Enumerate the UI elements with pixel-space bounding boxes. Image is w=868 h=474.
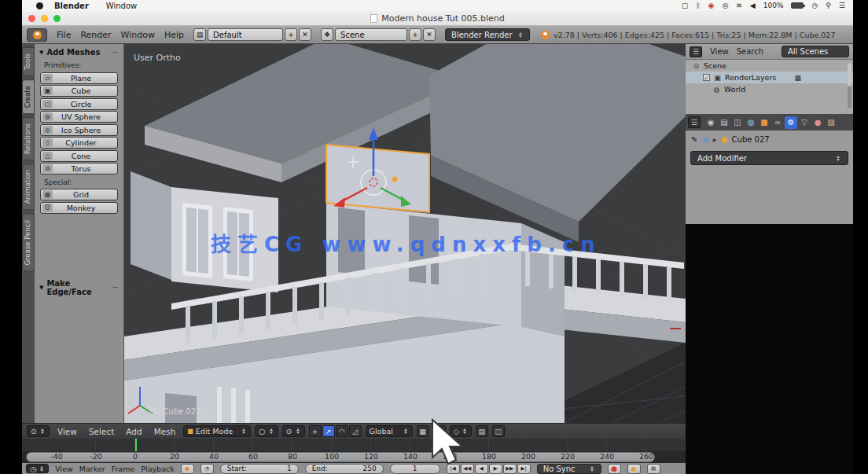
end-frame-field[interactable]: End: 250 [305,464,384,474]
auto-keyframe-button[interactable]: ● [627,464,641,474]
menu-help[interactable]: Help [164,30,184,40]
view-all-button[interactable]: ◔ [200,464,214,474]
screen-record-icon[interactable]: ◉ [708,2,715,9]
zoom-window-button[interactable] [53,15,61,22]
add-uv-sphere-button[interactable]: ◍UV Sphere [40,111,118,123]
outliner-display-mode-dropdown[interactable]: All Scenes [782,46,849,57]
add-circle-button[interactable]: ○Circle [40,98,118,110]
play-button[interactable]: ▶ [489,464,502,474]
scene-browse-icon[interactable]: ❖ [321,28,333,41]
screen-layout-browse-icon[interactable]: ▤ [193,28,206,41]
display-icon[interactable]: ▢ [682,2,689,9]
tab-tools[interactable]: Tools [22,47,35,76]
viewport-menu-add[interactable]: Add [126,427,142,436]
add-plane-button[interactable]: ▱Plane [40,72,118,84]
screen-layout-field[interactable]: Default [208,28,283,41]
tab-grease-pencil[interactable]: Grease Pencil [22,214,35,272]
eyedropper-icon[interactable]: ✎ [691,135,697,144]
outliner-row-scene[interactable]: ⊙ Scene [686,60,853,72]
object-browse-icon[interactable]: ▣ [701,135,708,144]
add-meshes-panel-header[interactable]: ▼ Add Meshes − [35,44,123,59]
viewport-menu-view[interactable]: View [57,427,77,436]
make-edge-face-panel-header[interactable]: ▼ Make Edge/Face − [35,275,123,299]
next-keyframe-button[interactable]: ▶▶ [503,464,517,474]
translate-manipulator-button[interactable]: ↗ [322,425,335,437]
add-torus-button[interactable]: ⊚Torus [40,163,118,175]
add-cone-button[interactable]: △Cone [40,150,118,162]
sync-mode-dropdown[interactable]: No Sync [537,464,601,474]
object-data-tab-icon[interactable]: ▽ [798,116,811,129]
start-frame-field[interactable]: Start: 1 [220,464,299,474]
outliner-menu-search[interactable]: Search [737,47,763,56]
scene-tab-icon[interactable]: ◫ [731,116,744,129]
timeline-track[interactable] [22,439,686,451]
viewport-menu-mesh[interactable]: Mesh [154,427,176,436]
object-tab-icon[interactable]: ■ [758,116,771,129]
outliner-menu-view[interactable]: View [710,47,729,56]
scene-delete-button[interactable]: ✕ [423,28,436,41]
outliner-scrollbar-thumb[interactable] [848,63,851,86]
constraints-tab-icon[interactable]: ∞ [771,116,784,129]
modifiers-tab-icon[interactable]: ⚙ [785,116,797,129]
manipulator-toggle-button[interactable]: + [309,425,322,437]
search-icon[interactable]: ⚲ [826,2,831,9]
screen-layout-delete-button[interactable]: ✕ [299,28,311,41]
target-icon[interactable]: ◎ [722,2,728,9]
bluetooth-icon[interactable]: ᛒ [696,2,700,9]
record-button[interactable]: ● [608,464,621,474]
properties-editor-type-button[interactable]: ☰ [688,116,701,128]
world-tab-icon[interactable]: ◍ [745,116,757,129]
jump-to-end-button[interactable]: ▶| [517,464,531,474]
close-window-button[interactable] [28,15,35,22]
add-monkey-button[interactable]: ʘMonkey [40,202,118,214]
viewport-shading-dropdown[interactable]: ○ [255,425,278,437]
tab-relations[interactable]: Relations [22,117,35,160]
screen-layout-add-button[interactable]: + [285,28,297,41]
volume-icon[interactable]: ◀ [750,2,756,9]
transform-orientation-dropdown[interactable]: Global [366,425,413,437]
outliner-scrollbar[interactable] [848,63,851,108]
wifi-icon[interactable]: ≋ [736,2,742,9]
timeline-menu-view[interactable]: View [55,465,73,473]
current-frame-playhead[interactable] [135,439,137,451]
mode-dropdown[interactable]: ■ Edit Mode [183,425,251,437]
render-engine-dropdown[interactable]: Blender Render [445,28,530,41]
outliner-row-world[interactable]: ◍ World [686,83,853,95]
add-ico-sphere-button[interactable]: ◎Ico Sphere [40,124,118,136]
scene-add-button[interactable]: + [409,28,421,41]
viewport-editor-type-button[interactable]: ⊙ [27,425,50,437]
preview-range-button[interactable]: ● [181,464,194,474]
renderlayers-checkbox[interactable]: ✓ [703,74,710,81]
rotate-manipulator-button[interactable]: ◠ [336,425,348,437]
layers-widget[interactable]: ▦ [417,425,429,437]
viewport-3d[interactable]: User Ortho 技艺CG www.qdnxxfb.cn (1) Cube.… [124,44,686,423]
add-grid-button[interactable]: ▦Grid [40,189,118,200]
clock-icon[interactable]: ◷ [811,2,818,9]
macos-menu-blender[interactable]: Blender [54,2,89,10]
timeline-menu-playback[interactable]: Playback [141,465,174,473]
pivot-point-dropdown[interactable]: ⊙ [282,425,305,437]
notification-list-icon[interactable]: ☰ [839,2,845,9]
menu-render[interactable]: Render [80,30,111,40]
scale-manipulator-button[interactable]: ◿ [349,425,362,437]
renderlayers-render-icon[interactable]: ▦ [793,74,802,82]
timeline-editor-type-button[interactable]: ◷ [26,464,49,473]
scene-field[interactable]: Scene [335,28,407,41]
timeline-menu-frame[interactable]: Frame [112,465,135,473]
menu-window[interactable]: Window [121,30,155,40]
texture-tab-icon[interactable]: ▨ [825,116,837,129]
add-cube-button[interactable]: ▣Cube [40,85,118,97]
menu-file[interactable]: File [57,30,71,40]
tab-create[interactable]: Create [22,79,35,114]
render-layers-tab-icon[interactable]: ▤ [718,116,730,129]
add-cylinder-button[interactable]: ▯Cylinder [40,137,118,149]
timeline-menu-marker[interactable]: Marker [79,465,105,473]
macos-menu-window[interactable]: Window [106,2,137,10]
opengl-render-anim-button[interactable]: ◫ [492,425,505,437]
minimize-window-button[interactable] [41,15,48,22]
keying-set-button[interactable]: ▤ [647,464,660,474]
apple-menu-icon[interactable] [36,2,43,9]
render-tab-icon[interactable]: ◉ [704,116,717,129]
tab-animation[interactable]: Animation [22,164,35,210]
outliner-row-renderlayers[interactable]: ✓ ▣ RenderLayers ▦ [686,72,853,83]
